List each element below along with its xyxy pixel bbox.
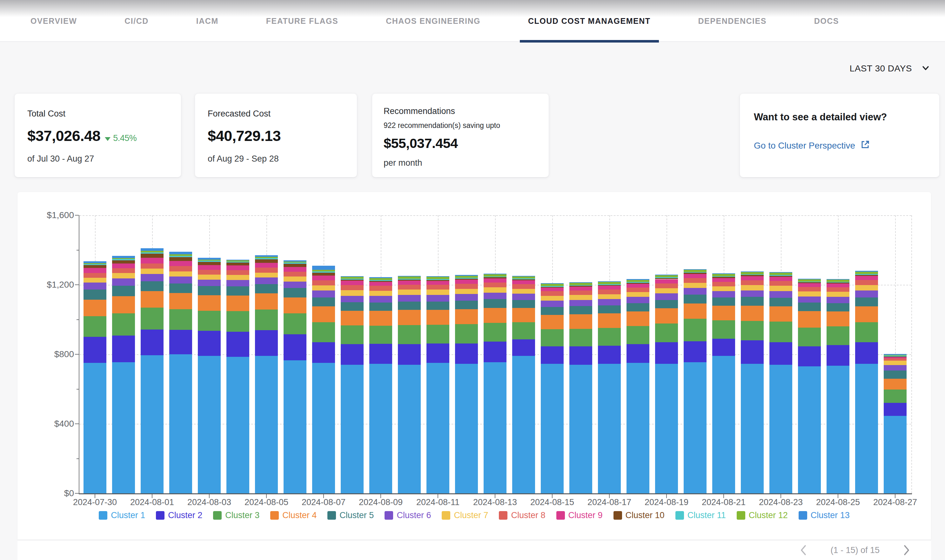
bar-segment-cluster-2[interactable] [483,342,506,362]
bar-segment-cluster-8[interactable] [770,281,792,286]
bar-2024-08-15[interactable] [541,215,563,493]
bar-segment-cluster-8[interactable] [369,286,392,291]
bar-segment-cluster-8[interactable] [312,280,335,285]
bar-segment-cluster-10[interactable] [283,264,306,267]
bar-segment-cluster-13[interactable] [770,272,792,273]
bar-segment-cluster-3[interactable] [398,325,421,344]
tab-iacm[interactable]: IACM [196,0,219,42]
bar-segment-cluster-4[interactable] [598,313,621,328]
bar-segment-cluster-8[interactable] [226,270,249,275]
bar-segment-cluster-4[interactable] [826,311,850,326]
bar-segment-cluster-13[interactable] [226,260,249,261]
bar-segment-cluster-3[interactable] [712,320,735,338]
bar-segment-cluster-7[interactable] [598,294,621,299]
bar-segment-cluster-11[interactable] [884,355,907,357]
bar-segment-cluster-13[interactable] [141,248,163,251]
bar-segment-cluster-1[interactable] [684,362,706,493]
bar-segment-cluster-1[interactable] [741,364,764,493]
bar-segment-cluster-1[interactable] [198,356,221,493]
bar-segment-cluster-1[interactable] [826,366,850,493]
bar-segment-cluster-13[interactable] [569,282,592,283]
bar-segment-cluster-2[interactable] [426,343,449,363]
bar-segment-cluster-11[interactable] [226,262,249,263]
bar-segment-cluster-8[interactable] [426,285,449,289]
bar-segment-cluster-5[interactable] [226,286,249,295]
bar-segment-cluster-3[interactable] [455,324,478,343]
bar-segment-cluster-2[interactable] [141,329,163,355]
bar-segment-cluster-10[interactable] [198,262,221,265]
bar-segment-cluster-10[interactable] [512,279,535,280]
bar-segment-cluster-8[interactable] [169,266,192,271]
bar-segment-cluster-9[interactable] [741,276,764,280]
bar-2024-08-20[interactable] [684,215,706,493]
bar-segment-cluster-4[interactable] [712,306,735,320]
bar-segment-cluster-3[interactable] [341,325,363,344]
bar-segment-cluster-1[interactable] [798,366,821,493]
bar-2024-08-11[interactable] [426,215,449,493]
legend-item-cluster-5[interactable]: Cluster 5 [327,511,374,520]
bar-segment-cluster-6[interactable] [684,288,706,295]
bar-segment-cluster-11[interactable] [255,258,278,259]
legend-item-cluster-7[interactable]: Cluster 7 [442,511,488,520]
bar-segment-cluster-6[interactable] [512,294,535,300]
bar-segment-cluster-11[interactable] [483,277,506,277]
bar-segment-cluster-13[interactable] [655,275,678,275]
tab-docs[interactable]: DOCS [814,0,839,42]
bar-segment-cluster-7[interactable] [312,285,335,291]
bar-segment-cluster-9[interactable] [341,281,363,285]
bar-segment-cluster-2[interactable] [798,346,821,366]
bar-segment-cluster-10[interactable] [483,277,506,278]
bar-segment-cluster-12[interactable] [341,277,363,279]
bar-segment-cluster-13[interactable] [169,252,192,254]
bar-segment-cluster-7[interactable] [455,289,478,294]
bar-segment-cluster-5[interactable] [141,281,163,291]
bar-segment-cluster-7[interactable] [83,278,106,283]
bar-segment-cluster-6[interactable] [626,297,649,303]
bar-segment-cluster-7[interactable] [741,285,764,290]
bar-2024-08-24[interactable] [798,215,821,493]
bar-segment-cluster-2[interactable] [112,335,135,362]
bar-segment-cluster-11[interactable] [369,280,392,281]
bar-segment-cluster-9[interactable] [541,288,563,291]
bar-segment-cluster-4[interactable] [341,311,363,326]
bar-segment-cluster-2[interactable] [741,340,764,364]
bar-segment-cluster-2[interactable] [512,339,535,356]
bar-segment-cluster-5[interactable] [283,288,306,297]
bar-segment-cluster-3[interactable] [369,326,392,344]
bar-segment-cluster-6[interactable] [398,295,421,302]
bar-segment-cluster-10[interactable] [626,283,649,284]
bar-segment-cluster-8[interactable] [198,270,221,275]
legend-item-cluster-13[interactable]: Cluster 13 [799,511,850,520]
bar-segment-cluster-4[interactable] [626,311,649,326]
bar-segment-cluster-3[interactable] [112,313,135,335]
bar-segment-cluster-4[interactable] [426,310,449,325]
bar-segment-cluster-8[interactable] [483,283,506,287]
bar-segment-cluster-6[interactable] [226,280,249,287]
bar-segment-cluster-6[interactable] [283,282,306,288]
bar-segment-cluster-9[interactable] [312,275,335,280]
bar-segment-cluster-7[interactable] [226,275,249,280]
bar-segment-cluster-7[interactable] [426,289,449,295]
bar-segment-cluster-6[interactable] [312,291,335,297]
bar-segment-cluster-11[interactable] [684,272,706,273]
bar-segment-cluster-4[interactable] [83,300,106,316]
bar-segment-cluster-10[interactable] [712,277,735,278]
bar-segment-cluster-1[interactable] [112,362,135,493]
bar-segment-cluster-3[interactable] [884,389,907,403]
bar-segment-cluster-9[interactable] [83,268,106,273]
bar-segment-cluster-9[interactable] [426,281,449,285]
bar-segment-cluster-4[interactable] [255,293,278,309]
bar-segment-cluster-6[interactable] [712,291,735,297]
bar-segment-cluster-5[interactable] [884,371,907,378]
bar-segment-cluster-8[interactable] [741,280,764,285]
bar-segment-cluster-5[interactable] [398,302,421,310]
bar-segment-cluster-5[interactable] [312,297,335,306]
bar-segment-cluster-8[interactable] [112,268,135,273]
bar-segment-cluster-13[interactable] [398,276,421,277]
bar-segment-cluster-12[interactable] [426,277,449,279]
bar-segment-cluster-9[interactable] [655,279,678,283]
bar-segment-cluster-8[interactable] [655,283,678,288]
bar-segment-cluster-9[interactable] [798,283,821,287]
bar-segment-cluster-9[interactable] [684,274,706,278]
bar-segment-cluster-8[interactable] [712,282,735,286]
